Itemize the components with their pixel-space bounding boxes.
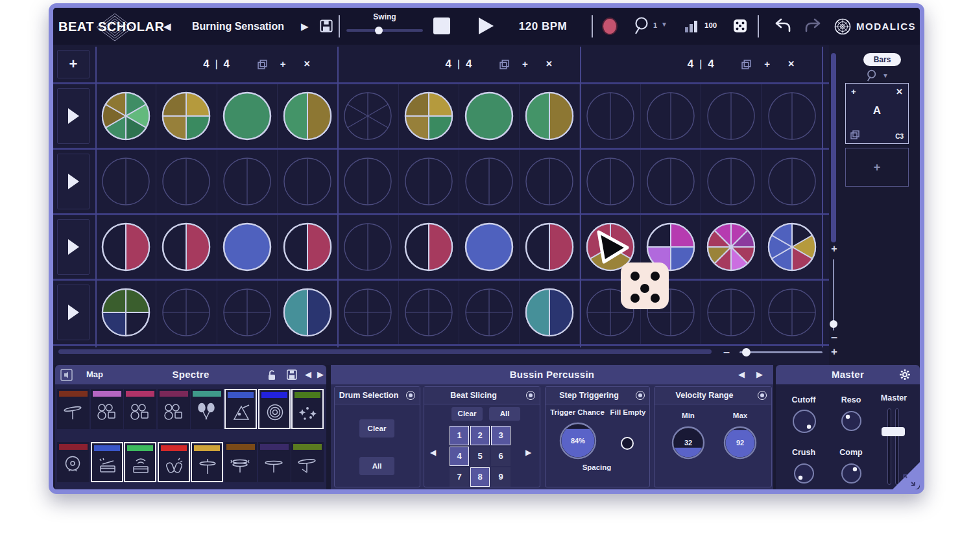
zoom-out-horizontal-button[interactable]: –: [720, 345, 733, 359]
instrument-tile-hihat-5[interactable]: [191, 442, 223, 482]
instrument-tile-hihat-open-6[interactable]: [224, 442, 257, 482]
slice-count-4[interactable]: 4: [450, 447, 469, 466]
beat-circle-r3-b2-s4[interactable]: [520, 215, 580, 280]
drum-selection-clear-button[interactable]: Clear: [359, 419, 394, 438]
time-signature[interactable]: 4 | 4: [338, 50, 580, 78]
duplicate-icon[interactable]: [850, 130, 859, 139]
beat-circle-r3-b1-s3[interactable]: [217, 215, 278, 280]
add-bar-icon[interactable]: +: [280, 50, 286, 78]
instrument-tile-drumkit-2[interactable]: [91, 389, 123, 429]
beat-circle-r3-b1-s1[interactable]: [96, 215, 156, 280]
pattern-next-button[interactable]: ▶: [301, 8, 309, 45]
velocity-min-gauge[interactable]: 32: [670, 425, 706, 463]
slice-count-9[interactable]: 9: [491, 467, 511, 487]
horizontal-scrollbar[interactable]: [58, 349, 712, 354]
beat-circle-r3-b2-s3[interactable]: [459, 215, 520, 280]
lock-icon[interactable]: [267, 369, 277, 380]
beat-circle-r2-b2-s2[interactable]: [399, 149, 459, 215]
beat-circle-r2-b3-s2[interactable]: [641, 149, 701, 215]
vertical-zoom-handle[interactable]: [830, 320, 837, 328]
duplicate-bar-icon[interactable]: [741, 60, 751, 69]
save-icon[interactable]: [319, 19, 333, 33]
stop-button[interactable]: [433, 18, 450, 34]
pattern-prev-button[interactable]: ◀: [163, 8, 171, 45]
slice-next-button[interactable]: ▶: [525, 448, 531, 457]
bars-panel-title[interactable]: Bars: [863, 53, 901, 66]
instrument-tile-cymbal-1[interactable]: [57, 389, 90, 429]
beat-circle-r2-b3-s1[interactable]: [581, 149, 641, 215]
crush-knob[interactable]: [793, 463, 815, 487]
instrument-tile-snare-2[interactable]: [91, 442, 123, 482]
beat-circle-r1-b2-s4[interactable]: [520, 84, 580, 149]
instrument-tile-drumkit-3[interactable]: [124, 389, 156, 429]
beat-circle-r2-b1-s3[interactable]: [217, 149, 278, 215]
row-play-button-3[interactable]: [57, 219, 90, 275]
instrument-tile-maracas-5[interactable]: [191, 389, 223, 429]
delete-bar-icon[interactable]: ✕: [304, 50, 311, 78]
instrument-tile-stars-8[interactable]: [291, 389, 324, 429]
vertical-scrollbar[interactable]: [831, 53, 836, 242]
kit-next-button[interactable]: ▶: [317, 369, 324, 379]
beat-circle-r2-b1-s1[interactable]: [96, 149, 156, 215]
beat-circle-r4-b1-s3[interactable]: [217, 280, 278, 345]
add-bar-slot-button[interactable]: +: [845, 148, 909, 187]
beat-circle-r1-b1-s3[interactable]: [217, 84, 278, 149]
beat-circle-r2-b1-s4[interactable]: [278, 149, 338, 215]
bar-slot-a[interactable]: + ✕ A C3: [845, 83, 909, 144]
gear-icon[interactable]: [899, 369, 911, 380]
row-play-button-4[interactable]: [57, 285, 90, 340]
slice-count-3[interactable]: 3: [491, 426, 511, 445]
slot-close-icon[interactable]: ✕: [896, 87, 903, 97]
slice-count-1[interactable]: 1: [450, 426, 469, 445]
beat-slicing-radio[interactable]: [526, 391, 535, 400]
beat-circle-r4-b2-s3[interactable]: [459, 280, 520, 345]
horizontal-zoom-handle[interactable]: [742, 348, 751, 356]
instrument-tile-ride-8[interactable]: [291, 442, 324, 482]
time-signature[interactable]: 4 | 4: [96, 50, 338, 78]
beat-circle-r3-b3-s4[interactable]: [762, 215, 823, 280]
step-triggering-radio[interactable]: [636, 391, 645, 400]
beat-circle-r4-b2-s2[interactable]: [399, 280, 459, 345]
pattern-name[interactable]: Burning Sensation: [178, 8, 298, 45]
beat-circle-r4-b1-s1[interactable]: [96, 280, 156, 345]
beat-circle-r4-b3-s4[interactable]: [762, 280, 823, 345]
beat-circle-r1-b3-s4[interactable]: [762, 84, 823, 149]
zoom-in-horizontal-button[interactable]: +: [828, 345, 841, 358]
beat-circle-r1-b3-s3[interactable]: [701, 84, 762, 149]
beat-circle-r2-b1-s2[interactable]: [156, 149, 217, 215]
beat-circle-r4-b2-s4[interactable]: [520, 280, 580, 345]
bpm-display[interactable]: 120 BPM: [507, 8, 579, 45]
beat-circle-r4-b2-s1[interactable]: [338, 280, 398, 345]
add-row-button[interactable]: +: [57, 50, 90, 78]
zoom-in-vertical-button[interactable]: +: [828, 243, 841, 255]
beat-circle-r3-b3-s3[interactable]: [701, 215, 762, 280]
dice-tool-icon[interactable]: [733, 19, 747, 33]
beat-circle-r4-b1-s2[interactable]: [156, 280, 217, 345]
cutoff-knob[interactable]: [792, 409, 817, 436]
horizontal-zoom-slider[interactable]: [739, 351, 823, 353]
beat-circle-r1-b2-s3[interactable]: [459, 84, 520, 149]
volume-control[interactable]: 100: [684, 18, 699, 36]
play-button[interactable]: [477, 17, 494, 35]
beat-circle-r2-b3-s4[interactable]: [762, 149, 823, 215]
beat-circle-r1-b1-s4[interactable]: [278, 84, 338, 149]
instrument-tile-drumkit-4[interactable]: [158, 389, 190, 429]
reso-knob[interactable]: [841, 410, 862, 434]
redo-icon[interactable]: [804, 18, 823, 34]
beat-circle-r1-b1-s2[interactable]: [156, 84, 217, 149]
time-signature[interactable]: 4 | 4: [581, 50, 823, 78]
beat-circle-r1-b2-s1[interactable]: [338, 84, 398, 149]
add-bar-icon[interactable]: +: [764, 50, 770, 78]
instrument-tile-snare-buzz-3[interactable]: [124, 442, 156, 482]
instrument-tile-triangle-6[interactable]: [224, 389, 257, 429]
beat-circle-r2-b2-s1[interactable]: [338, 149, 398, 215]
beat-circle-r3-b1-s2[interactable]: [156, 215, 217, 280]
slice-count-6[interactable]: 6: [491, 447, 511, 466]
resize-corner[interactable]: [893, 462, 920, 489]
beat-circle-r4-b1-s4[interactable]: [278, 280, 338, 345]
velocity-range-radio[interactable]: [758, 391, 767, 400]
row-play-button-2[interactable]: [57, 154, 90, 209]
slot-add-icon[interactable]: +: [851, 87, 856, 97]
quantize-control[interactable]: 1 ▼: [632, 16, 649, 38]
beat-slicing-all-button[interactable]: All: [489, 407, 520, 421]
